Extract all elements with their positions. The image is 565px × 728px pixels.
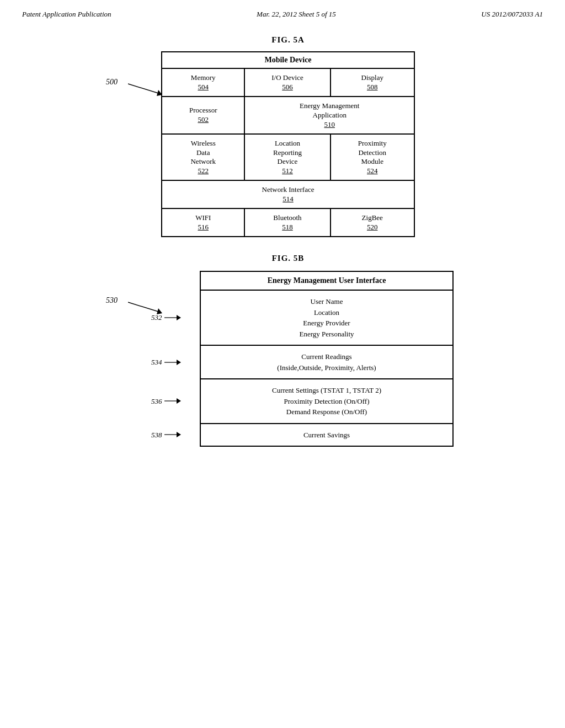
annot-534: 534: [151, 357, 184, 368]
fig5b-diagram: 530 Energy Management User Interface 532: [167, 271, 454, 447]
header-left: Patent Application Publication: [22, 10, 111, 19]
label-500: 500: [106, 78, 118, 87]
header-center: Mar. 22, 2012 Sheet 5 of 15: [257, 10, 336, 19]
svg-marker-5: [177, 315, 181, 320]
svg-marker-7: [177, 360, 181, 365]
mobile-device-box: Mobile Device Memory 504 I/O Device 506 …: [161, 51, 415, 237]
row-3: WirelessDataNetwork 522 LocationReportin…: [162, 135, 414, 181]
mobile-device-title: Mobile Device: [162, 52, 414, 69]
emui-row-538: 538 Current Savings: [201, 424, 452, 446]
emui-row-532: 532 User NameLocationEnergy ProviderEner…: [201, 291, 452, 346]
cell-io-device: I/O Device 506: [245, 69, 331, 96]
svg-line-0: [128, 84, 158, 93]
fig5a-title: FIG. 5A: [271, 35, 305, 45]
emui-box: Energy Management User Interface 532 Use…: [200, 271, 454, 447]
cell-wireless-data-network: WirelessDataNetwork 522: [162, 135, 245, 180]
emui-row-536: 536 Current Settings (TSTAT 1, TSTAT 2)P…: [201, 379, 452, 424]
row-2: Processor 502 Energy ManagementApplicati…: [162, 97, 414, 135]
label-530: 530: [106, 296, 118, 305]
row-4: Network Interface 514: [162, 181, 414, 209]
fig5a-diagram: 500 Mobile Device Memory 504: [161, 51, 415, 237]
cell-bluetooth: Bluetooth 518: [245, 209, 331, 236]
annot-536: 536: [151, 395, 184, 406]
emui-row-534: 534 Current Readings(Inside,Outside, Pro…: [201, 346, 452, 379]
emui-title: Energy Management User Interface: [201, 272, 452, 291]
annot-538: 538: [151, 429, 184, 440]
cell-network-interface: Network Interface 514: [162, 181, 414, 208]
row-1: Memory 504 I/O Device 506 Display 508: [162, 69, 414, 97]
cell-memory: Memory 504: [162, 69, 245, 96]
fig5a-section: FIG. 5A 500 Mobile Device Me: [44, 35, 532, 237]
fig5b-section: FIG. 5B 530 Energy Management User Inter…: [44, 254, 532, 447]
cell-wifi: WIFI 516: [162, 209, 245, 236]
annot-532: 532: [151, 312, 184, 323]
arrow-500: [128, 81, 167, 100]
cell-location-reporting: LocationReportingDevice 512: [245, 135, 331, 180]
header-right: US 2012/0072033 A1: [481, 10, 543, 19]
row-5: WIFI 516 Bluetooth 518 ZigBee 520: [162, 209, 414, 236]
cell-proximity-detection: ProximityDetectionModule 524: [331, 135, 414, 180]
cell-display: Display 508: [331, 69, 414, 96]
svg-marker-9: [177, 398, 181, 404]
svg-line-2: [128, 302, 158, 312]
page-header: Patent Application Publication Mar. 22, …: [0, 0, 565, 24]
fig5b-title: FIG. 5B: [272, 254, 305, 263]
cell-zigbee: ZigBee 520: [331, 209, 414, 236]
cell-energy-mgmt-app: Energy ManagementApplication 510: [245, 97, 414, 133]
svg-marker-11: [177, 432, 181, 437]
svg-marker-1: [157, 90, 162, 96]
cell-processor: Processor 502: [162, 97, 245, 133]
